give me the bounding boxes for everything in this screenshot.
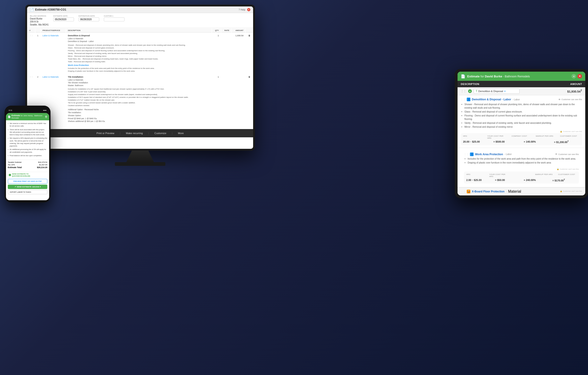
- estimate-window-title: Estimate #1500750-CO1: [35, 8, 66, 11]
- bullet-2: There will be dust associated with this …: [8, 128, 47, 136]
- item-1-drag-handle[interactable]: ⋮⋮: [461, 98, 465, 101]
- item-2-labor-icon: 👤: [470, 153, 474, 156]
- eye-icon-1: 👁: [558, 98, 561, 101]
- item-2-type: - Labor: [504, 153, 512, 156]
- tablet-col-headers: DESCRIPTION AMOUNT: [458, 81, 585, 87]
- tablet-screen: 📄 Estimate for David Burke - Bathroom Re…: [458, 72, 585, 195]
- billing-name: David Burke: [30, 17, 49, 20]
- tax-value: $1,837.65: [39, 164, 47, 166]
- item-1-description: Shower - Removal and disposal of shower …: [461, 103, 582, 129]
- billing-address-label: Billing address: [30, 15, 49, 17]
- phone-title: Estimate for John Henry - Bathroom Remod…: [11, 114, 45, 119]
- send-qbo-area: SEND ESTIMATE TO QUICKBOOKSONLINE: [8, 172, 47, 178]
- tablet-doc-icon: 📄: [461, 74, 465, 79]
- section-input-text: Demolition & Disposal: [478, 90, 503, 93]
- eye-icon-2: 👁: [555, 153, 557, 156]
- xboard-eye-icon: 🔒: [560, 190, 562, 192]
- costs-values-1: 20.00 × $25.00 = $500.00 + 140.00%: [463, 140, 580, 144]
- xboard-type: -: [506, 190, 507, 193]
- your-cost-label: Your Cost Per HRS: [487, 135, 507, 139]
- estimate-total-row: Estimate Total $20,214.20: [8, 166, 47, 168]
- item-1-labor-icon: 👤: [467, 98, 470, 101]
- item-1-company-cost: = $500.00: [493, 140, 519, 143]
- estimate-date-input[interactable]: [53, 17, 74, 21]
- xboard-drag-handle[interactable]: ⋮⋮: [461, 190, 465, 193]
- section-edit-icon[interactable]: ✏: [504, 90, 506, 93]
- send-estimate-button[interactable]: ↗ SEND ESTIMATE 1601548 ▾: [8, 185, 47, 189]
- estimate-date-label: Estimate date: [53, 15, 74, 17]
- customize-button[interactable]: Customize: [153, 131, 168, 135]
- amount-col-header: AMOUNT: [231, 29, 245, 33]
- window-close-button[interactable]: ✕: [247, 8, 250, 11]
- section-input-icon: T: [476, 90, 477, 93]
- xboard-material-icon: 📦: [467, 190, 470, 193]
- monitor-inner: 📄 Estimate #1500750-CO1 ? Help ✕ Billing…: [27, 6, 253, 149]
- eye-closed-icon-2: 🔒: [557, 168, 559, 170]
- export-labor-button[interactable]: EXPORT LABOR TO TASKS: [8, 190, 47, 194]
- item-2-customer-cost: = $170.00T: [552, 178, 577, 182]
- send-estimate-dropdown[interactable]: ▾: [40, 186, 41, 188]
- costs-header-2: HRS Your Cost Per HRS Markup Per HRS Cus…: [466, 173, 577, 177]
- help-link[interactable]: ? Help: [239, 9, 245, 11]
- phone-close-button[interactable]: ✕: [45, 115, 48, 118]
- tablet-close-button[interactable]: ✕: [578, 74, 582, 79]
- table-row: ⋮⋮ 1 Labor & Materials Demolition & Disp…: [28, 33, 253, 74]
- tablet-for-label: for: [481, 75, 485, 78]
- xboard-type-value: Material: [508, 189, 521, 194]
- phone-screen: 📄 Estimate for John Henry - Bathroom Rem…: [6, 113, 49, 200]
- bullet-1: We reserve a minimum service fee of $395…: [8, 122, 47, 127]
- estimate-table: # PRODUCT/SERVICE DESCRIPTION QTY RATE A…: [27, 28, 253, 125]
- costs-header-1: HRS Your Cost Per HRS Company Cost Marku…: [463, 135, 580, 139]
- product-col-header: PRODUCT/SERVICE: [41, 29, 66, 33]
- item-2-company-cost: = $50.00: [495, 179, 519, 181]
- item-2-drag-handle[interactable]: ⋮⋮: [464, 153, 469, 156]
- item-2-description: Includes for the protection of the work …: [461, 157, 582, 166]
- billing-address-field: Billing address David Burke 209 A St Sea…: [30, 15, 49, 26]
- tablet-body: 📄 Estimate for David Burke - Bathroom Re…: [455, 69, 588, 198]
- phone-time: 8:31: [9, 109, 12, 111]
- expiration-date-input[interactable]: [79, 17, 99, 21]
- tablet-expand-button[interactable]: ▾: [571, 74, 576, 79]
- rate-col-header: RATE: [221, 29, 231, 33]
- document-icon: 📄: [30, 8, 34, 11]
- tax-label: Tax 10%: [8, 164, 15, 166]
- expiration-date-field: Expiration date: [79, 15, 99, 21]
- taxable-subtotal-value: $18,376.54: [38, 161, 47, 163]
- xboard-cant-see: 🔒 Customer can't see this: [560, 190, 582, 192]
- estimate-total-value: $20,214.20: [37, 166, 47, 168]
- section-title-area: ⋮⋮ ▲ T Demolition & Disposal ✏: [461, 89, 520, 94]
- item-1-markup: + 140.00%: [524, 140, 549, 143]
- custom1-label: Custom 1: [104, 15, 125, 17]
- preview-print-button[interactable]: PREVIEW PRINT OR SAVE AS PDF: [8, 179, 47, 184]
- tablet-amount-header: AMOUNT: [550, 83, 582, 85]
- tablet-titlebar-controls: ▾ ✕: [571, 74, 582, 79]
- item-2-name: Work Area Protection: [475, 153, 503, 156]
- xboard-name: X-Board Floor Protection: [472, 190, 505, 193]
- section-drag-handle[interactable]: ⋮⋮: [461, 90, 466, 93]
- monitor-stand: [126, 151, 154, 162]
- phone-actions: SEND ESTIMATE TO QUICKBOOKSONLINE PREVIE…: [6, 170, 49, 196]
- print-preview-button[interactable]: Print or Preview: [95, 131, 116, 135]
- item-2-customer-badge: 👁 Customer can see this: [555, 153, 579, 156]
- section-collapse-button[interactable]: ▲: [468, 89, 472, 93]
- section-amount-area: $1,930.54T: [567, 89, 582, 93]
- custom1-input[interactable]: [104, 17, 125, 21]
- taxable-subtotal-label: Taxable Subtotal: [8, 161, 21, 163]
- bullet-5: Final balance will be due upon completio…: [8, 154, 47, 157]
- tablet-titlebar: 📄 Estimate for David Burke - Bathroom Re…: [458, 72, 585, 81]
- more-button[interactable]: More: [176, 131, 186, 135]
- phone-status-bar: 8:31 ●●●: [6, 108, 49, 113]
- section-name-input[interactable]: T Demolition & Disposal ✏: [474, 89, 520, 94]
- item-2-cant-see: 🔒 Customer can't see this: [461, 168, 582, 170]
- billing-address: 209 A St: [30, 21, 49, 23]
- xboard-item: ⋮⋮ 📦 X-Board Floor Protection - Material…: [458, 188, 585, 195]
- table-row: ⋮⋮ 2 Labor & Materials Tile Installation…: [28, 74, 253, 124]
- make-recurring-button[interactable]: Make recurring: [124, 131, 145, 135]
- tablet-title-area: 📄 Estimate for David Burke - Bathroom Re…: [461, 74, 530, 79]
- send-qbo-label[interactable]: SEND ESTIMATE TO QUICKBOOKSONLINE: [12, 173, 46, 177]
- estimate-date-field: Estimate date: [53, 15, 74, 21]
- bullet-3: We request a 40% deposit prior to schedu…: [8, 137, 47, 147]
- row1-description: Demolition & Disposal Labor & Materials …: [66, 33, 211, 74]
- item-1-customer-cost: = $1,200.00T: [554, 140, 580, 144]
- item-1-customer-badge: 👁 Customer can see this: [558, 98, 582, 101]
